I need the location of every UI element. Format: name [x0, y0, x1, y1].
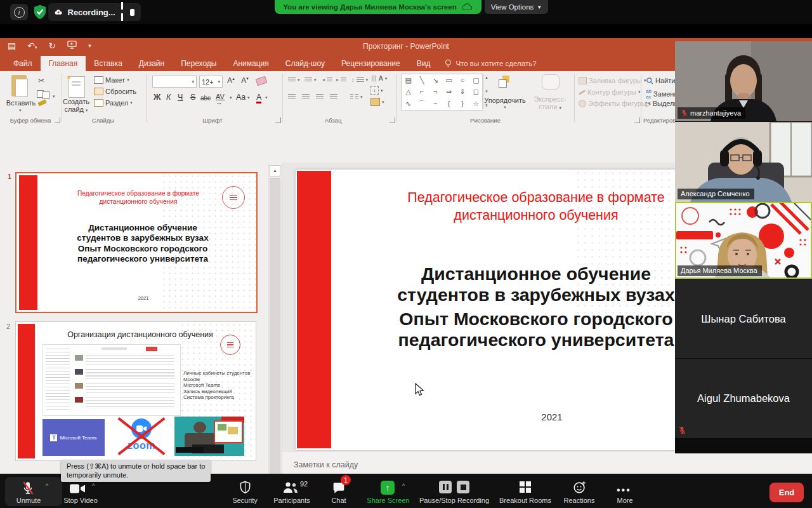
decrease-indent-button[interactable]: ◂ [322, 77, 332, 83]
shape-outline-button[interactable]: Контур фигуры▾ [579, 88, 640, 96]
align-center-button[interactable] [302, 94, 310, 100]
paragraph-dialog-launcher[interactable] [390, 117, 395, 123]
pause-recording-button[interactable] [121, 1, 126, 23]
shape-glyph[interactable]: ▢ [473, 76, 479, 84]
increase-indent-button[interactable]: ▸ [336, 77, 346, 83]
tab-transitions[interactable]: Переходы [173, 56, 225, 71]
bullets-button[interactable]: ▾ [288, 77, 300, 83]
thumbnails-scrollbar[interactable]: ▲ ▼ [268, 164, 280, 474]
tab-animations[interactable]: Анимация [225, 56, 277, 71]
view-options-button[interactable]: View Options ▼ [485, 0, 548, 14]
clear-formatting-icon[interactable] [256, 76, 268, 86]
slide1-thumbnail[interactable]: Педагогическое образование в формате дис… [15, 172, 258, 313]
video-tile[interactable]: Александр Семченко [675, 122, 812, 202]
shape-glyph[interactable]: ╲ [420, 76, 424, 84]
tab-design[interactable]: Дизайн [131, 56, 173, 71]
shape-glyph[interactable]: { [448, 100, 450, 107]
strikethrough-button[interactable]: S [190, 93, 195, 102]
columns-button[interactable]: ▾ [350, 94, 363, 100]
shape-glyph[interactable]: ⇒ [446, 88, 452, 96]
shapes-gallery[interactable]: ▤╲↘▭○▢ △⌐¬⇒⇓◻ ∿⌒~{}☆ [401, 74, 483, 110]
quick-styles-button[interactable]: Экспресс- стили ▾ [532, 95, 568, 110]
participants-label: Participants [270, 497, 314, 504]
video-options-chevron[interactable]: ^ [92, 483, 95, 489]
shape-glyph[interactable]: ⌐ [420, 88, 424, 95]
align-text-button[interactable]: ↕▾ [370, 86, 383, 95]
align-left-button[interactable] [288, 94, 296, 100]
layout-button[interactable]: Макет▾ [94, 76, 129, 84]
shape-glyph[interactable]: ◻ [473, 88, 479, 96]
tab-file[interactable]: Файл [5, 56, 41, 71]
end-meeting-button[interactable]: End [769, 483, 804, 502]
video-tile[interactable]: Шынар Сабитова [675, 279, 812, 358]
shape-glyph[interactable]: ~ [433, 100, 437, 107]
change-case-dropdown[interactable]: ▾ [247, 95, 250, 100]
font-size-combo[interactable]: 12+▾ [199, 76, 223, 88]
shape-glyph[interactable]: △ [405, 88, 410, 96]
unmute-options-chevron[interactable]: ^ [46, 483, 48, 489]
reset-button[interactable]: Сбросить [94, 88, 136, 95]
text-direction-button[interactable]: A▾ [370, 75, 387, 82]
find-button[interactable]: Найти [646, 77, 675, 84]
arrange-button[interactable]: Упорядочить▾ [480, 97, 530, 110]
tab-review[interactable]: Рецензирование [333, 56, 409, 71]
meeting-info-button[interactable]: i [10, 4, 28, 20]
change-case-button[interactable]: Aa [236, 93, 246, 102]
line-spacing-button[interactable]: ↕▾ [351, 77, 368, 83]
stop-recording-button[interactable] [130, 9, 134, 16]
text-shadow-button[interactable]: abc [200, 95, 211, 102]
font-name-combo[interactable]: ▾ [152, 76, 197, 88]
tell-me-box[interactable]: Что вы хотите сделать? [438, 56, 542, 71]
tab-insert[interactable]: Вставка [86, 56, 131, 71]
notes-pane[interactable]: Заметки к слайду [282, 451, 812, 474]
video-tile[interactable]: marzhantajiyeva [675, 41, 812, 121]
pause-recording-icon[interactable] [439, 481, 452, 493]
video-tile[interactable]: Aigul Zhumabekova [675, 359, 812, 438]
tab-slideshow[interactable]: Слайд-шоу [277, 56, 333, 71]
shrink-font-button[interactable]: A▾ [241, 76, 249, 85]
font-color-dropdown[interactable]: ▾ [265, 95, 268, 100]
new-slide-button[interactable]: ✶ [67, 75, 85, 98]
security-shield-button[interactable] [32, 3, 48, 23]
cut-icon[interactable]: ✂ [38, 76, 44, 85]
scroll-up-button[interactable]: ▲ [270, 165, 280, 177]
shape-glyph[interactable]: } [461, 100, 464, 107]
main-slide-canvas[interactable]: Педагогическое образование в формате дис… [296, 170, 689, 450]
slide2-thumbnail[interactable]: Организация дистанционного обучения [15, 321, 256, 461]
slide2-thumb-title: Организация дистанционного обучения [45, 330, 235, 339]
clipboard-dialog-launcher[interactable] [55, 117, 60, 123]
paste-dropdown[interactable]: ▾ [19, 108, 22, 113]
underline-button[interactable]: Ч [178, 93, 183, 102]
tab-view[interactable]: Вид [409, 56, 439, 71]
scrollbar-thumb[interactable] [270, 178, 280, 474]
shape-glyph[interactable]: ⌒ [418, 99, 425, 109]
shape-fill-button[interactable]: Заливка фигуры▾ [579, 77, 646, 84]
character-spacing-dropdown[interactable]: ▾ [230, 95, 232, 100]
shape-glyph[interactable]: ∿ [405, 100, 411, 108]
shape-glyph[interactable]: ¬ [433, 88, 437, 95]
shape-glyph[interactable]: ⇓ [459, 88, 465, 96]
font-dialog-launcher[interactable] [275, 117, 281, 123]
align-right-button[interactable] [316, 94, 324, 100]
copy-icon[interactable]: ▾ [37, 89, 55, 100]
section-button[interactable]: Раздел▾ [94, 99, 133, 107]
grow-font-button[interactable]: A▴ [227, 76, 235, 85]
stop-recording-icon[interactable] [457, 481, 469, 493]
shape-glyph[interactable]: ▭ [445, 76, 452, 84]
bold-button[interactable]: Ж [154, 93, 160, 102]
share-options-chevron[interactable]: ^ [402, 483, 405, 489]
font-color-button[interactable]: A [256, 93, 261, 104]
tab-home[interactable]: Главная [41, 56, 86, 71]
character-spacing-button[interactable]: AV↔ [216, 93, 225, 100]
numbering-button[interactable]: ▾ [304, 77, 317, 83]
justify-button[interactable] [330, 94, 337, 100]
italic-button[interactable]: К [166, 93, 171, 102]
shape-glyph[interactable]: ○ [461, 76, 465, 84]
smartart-convert-button[interactable]: ▾ [370, 98, 384, 106]
shape-dialog-launcher[interactable] [634, 117, 640, 123]
shape-effects-button[interactable]: Эффекты фигуры▾ [579, 100, 650, 107]
shape-glyph[interactable]: ☆ [473, 100, 479, 108]
shape-glyph[interactable]: ↘ [433, 76, 438, 84]
video-tile-active-speaker[interactable]: Дарья Миляева Москва [675, 202, 812, 279]
shape-glyph[interactable]: ▤ [405, 76, 411, 84]
